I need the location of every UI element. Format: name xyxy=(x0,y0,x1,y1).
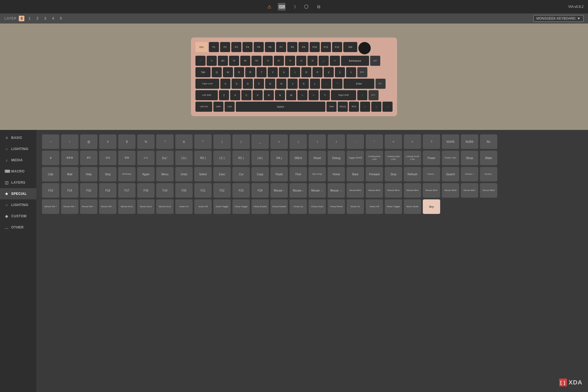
key-1[interactable]: !1 xyxy=(207,56,217,66)
sp-copy[interactable]: Copy xyxy=(251,167,269,181)
key-3[interactable]: #3 xyxy=(229,56,239,66)
sp-alt-erase[interactable]: Alt Erase xyxy=(118,167,136,181)
sidebar-item-basic[interactable]: ≡ BASIC xyxy=(0,132,36,143)
key-esc[interactable]: Esc xyxy=(195,42,208,52)
sp-pipe[interactable]: | xyxy=(290,134,307,149)
sp-paste[interactable]: Paste xyxy=(270,167,288,181)
sp-f14[interactable]: F14 xyxy=(61,183,78,198)
sp-ampersand[interactable]: & xyxy=(175,134,193,149)
sp-f15[interactable]: F15 xyxy=(80,183,97,198)
sp-tilde[interactable]: ~ xyxy=(42,134,59,149)
warning-icon[interactable]: ⚠ xyxy=(265,3,273,11)
sp-question[interactable]: ? xyxy=(423,134,440,149)
sp-mail[interactable]: Mail xyxy=(61,167,78,181)
sp-mouse-acc2[interactable]: Mouse Acc2 xyxy=(156,199,174,214)
sp-find[interactable]: Find xyxy=(290,167,307,181)
key-right[interactable]: → xyxy=(382,102,393,112)
sp-mouse-wh-down[interactable]: Mouse Wh ↓ xyxy=(61,199,78,214)
key-p[interactable]: P xyxy=(312,67,323,77)
key-quote[interactable]: "' xyxy=(332,79,342,89)
sp-ls[interactable]: LS ( xyxy=(175,151,193,165)
sp-clicky-enable[interactable]: Clicky Enable xyxy=(251,199,269,214)
key-knob[interactable] xyxy=(358,42,371,54)
key-8[interactable]: *8 xyxy=(285,56,295,66)
sp-clicky-toggle[interactable]: Clicky Toggle xyxy=(232,199,250,214)
sp-rc[interactable]: RC ) xyxy=(232,151,250,165)
sp-music-toggle[interactable]: Music Toggle xyxy=(385,199,402,214)
layer-4[interactable]: 4 xyxy=(50,16,56,21)
key-rctl[interactable]: RCtl xyxy=(349,102,359,112)
sp-back[interactable]: Back xyxy=(347,167,364,181)
sp-nuhs[interactable]: NUHS xyxy=(442,134,459,149)
key-i[interactable]: I xyxy=(290,67,300,77)
key-lwin[interactable]: LWin xyxy=(213,102,223,112)
key-2[interactable]: @2 xyxy=(218,56,228,66)
key-z[interactable]: Z xyxy=(219,90,229,100)
sp-locking-num[interactable]: Locking Num Lock xyxy=(366,151,383,165)
sp-f17[interactable]: F17 xyxy=(118,183,136,198)
key-h[interactable]: H xyxy=(276,79,286,89)
key-f11[interactable]: F11 xyxy=(321,42,331,52)
key-d[interactable]: D xyxy=(243,79,253,89)
layer-3[interactable]: 3 xyxy=(42,16,48,21)
key-u[interactable]: U xyxy=(279,67,289,77)
key-e[interactable]: E xyxy=(234,67,244,77)
sp-asterisk[interactable]: * xyxy=(194,134,212,149)
sp-search[interactable]: Search xyxy=(442,167,459,181)
key-6[interactable]: ^6 xyxy=(263,56,273,66)
key-equal[interactable]: += xyxy=(330,56,340,66)
sp-locking-scroll[interactable]: Locking Scroll Lock xyxy=(404,151,421,165)
key-lalt[interactable]: LAlt xyxy=(225,102,235,112)
sp-music-on[interactable]: Music On xyxy=(347,199,364,214)
sp-any[interactable]: Any xyxy=(423,199,440,214)
sp-clicky-disable[interactable]: Clicky Disable xyxy=(270,199,288,214)
sp-percent[interactable]: % xyxy=(137,134,155,149)
key-semicolon[interactable]: :; xyxy=(321,79,331,89)
moon-icon[interactable]: ☽ xyxy=(290,3,298,11)
sp-music-mode[interactable]: Music Mode xyxy=(404,199,421,214)
layer-2[interactable]: 2 xyxy=(34,16,40,21)
sp-sftent[interactable]: SftEnt xyxy=(290,151,307,165)
sidebar-item-custom[interactable]: ◆ CUSTOM xyxy=(0,211,36,222)
sp-f22[interactable]: F22 xyxy=(213,183,231,198)
key-0[interactable]: )0 xyxy=(307,56,318,66)
sp-kanji[interactable]: 漢字 xyxy=(80,151,97,165)
key-left[interactable]: ← xyxy=(360,102,370,112)
key-rbracket[interactable]: }] xyxy=(335,67,345,77)
key-tab[interactable]: Tab xyxy=(195,67,211,77)
sidebar-item-other[interactable]: … OTHER xyxy=(0,222,36,233)
key-y[interactable]: Y xyxy=(268,67,278,77)
sp-f16[interactable]: F16 xyxy=(99,183,116,198)
key-r[interactable]: R xyxy=(245,67,255,77)
key-lbracket[interactable]: {[ xyxy=(324,67,334,77)
sp-lt[interactable]: < xyxy=(385,134,402,149)
key-f12[interactable]: F12 xyxy=(332,42,342,52)
key-tilde[interactable]: ~` xyxy=(195,56,206,66)
sp-forward[interactable]: Forward xyxy=(366,167,383,181)
sp-mouse-btn3[interactable]: Mouse Btn3 xyxy=(385,183,402,198)
key-lctrl[interactable]: Left Ctrl xyxy=(195,102,212,112)
sp-mouse-btn7[interactable]: Mouse Btn7 xyxy=(461,183,478,198)
key-m7[interactable]: M7 xyxy=(370,56,380,66)
sp-l[interactable]: l xyxy=(309,134,326,149)
sp-f21[interactable]: F21 xyxy=(194,183,212,198)
sp-lc[interactable]: LC ( xyxy=(213,151,231,165)
sp-music-off[interactable]: Music Off xyxy=(366,199,383,214)
sp-reset[interactable]: Reset xyxy=(309,151,326,165)
layer-1[interactable]: 1 xyxy=(27,16,32,21)
key-br-plus[interactable]: BR+ xyxy=(357,67,367,77)
sp-f20[interactable]: F20 xyxy=(175,183,193,198)
sp-wake[interactable]: Wake xyxy=(480,151,497,165)
key-t[interactable]: T xyxy=(256,67,267,77)
key-g[interactable]: G xyxy=(265,79,275,89)
sidebar-item-layers[interactable]: ◫ LAYERS xyxy=(0,177,36,188)
sidebar-item-media[interactable]: ♪ MEDIA xyxy=(0,155,36,166)
key-v[interactable]: V xyxy=(253,90,263,100)
sp-power[interactable]: Power xyxy=(423,151,440,165)
sp-mouse-wh-right[interactable]: Mouse Wh → xyxy=(99,199,116,214)
sp-mycomp[interactable]: My Comp xyxy=(309,167,326,181)
key-ef-minus[interactable]: EF- xyxy=(375,79,386,89)
sp-dollar[interactable]: $ xyxy=(118,134,136,149)
sp-home[interactable]: Home xyxy=(328,167,345,181)
sp-henkan[interactable]: 変換 xyxy=(118,151,136,165)
